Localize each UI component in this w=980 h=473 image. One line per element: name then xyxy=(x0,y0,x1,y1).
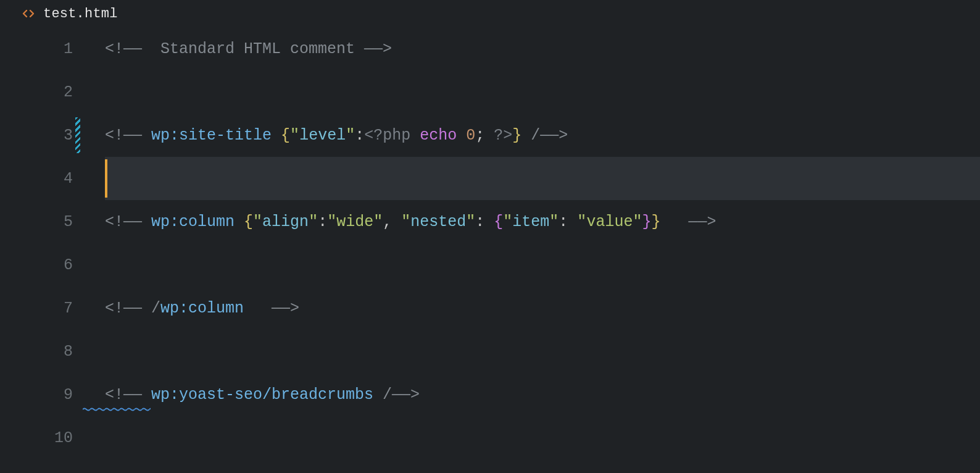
line-number: 4 xyxy=(0,170,105,188)
code-line[interactable]: 9 <!—— wp:yoast-seo/breadcrumbs /——> xyxy=(0,373,980,416)
code-line[interactable]: 1 <!—— Standard HTML comment ——> xyxy=(0,27,980,70)
code-line[interactable]: 10 xyxy=(0,416,980,459)
line-number: 9 xyxy=(0,386,105,404)
lint-warning-underline xyxy=(83,408,151,411)
line-number: 10 xyxy=(0,429,105,447)
code-line[interactable]: 7 <!—— /wp:column ——> xyxy=(0,287,980,330)
code-content: <!—— wp:column {"align":"wide", "nested"… xyxy=(105,213,980,231)
code-icon xyxy=(21,6,36,21)
line-number: 3 xyxy=(0,127,105,144)
code-line[interactable]: 3 <!—— wp:site-title {"level":<?php echo… xyxy=(0,114,980,157)
code-content: <!—— wp:site-title {"level":<?php echo 0… xyxy=(105,127,980,144)
code-editor[interactable]: 1 <!—— Standard HTML comment ——> 2 3 <!—… xyxy=(0,27,980,459)
line-number: 2 xyxy=(0,83,105,101)
text-cursor xyxy=(105,159,107,198)
line-number: 8 xyxy=(0,343,105,361)
code-content: <!—— Standard HTML comment ——> xyxy=(105,40,980,58)
tab-filename[interactable]: test.html xyxy=(43,6,118,22)
code-content: <!—— wp:yoast-seo/breadcrumbs /——> xyxy=(105,386,980,404)
line-number: 7 xyxy=(0,299,105,317)
line-number: 6 xyxy=(0,256,105,274)
line-number: 5 xyxy=(0,213,105,231)
code-content: <!—— /wp:column ——> xyxy=(105,299,980,317)
code-line[interactable]: 8 xyxy=(0,330,980,373)
code-line-active[interactable]: 4 xyxy=(0,157,980,200)
line-number: 1 xyxy=(0,40,105,58)
vcs-modified-indicator xyxy=(75,117,80,153)
code-line[interactable]: 6 xyxy=(0,243,980,287)
tab-bar: test.html xyxy=(0,0,980,27)
code-line[interactable]: 5 <!—— wp:column {"align":"wide", "neste… xyxy=(0,200,980,243)
code-line[interactable]: 2 xyxy=(0,70,980,114)
